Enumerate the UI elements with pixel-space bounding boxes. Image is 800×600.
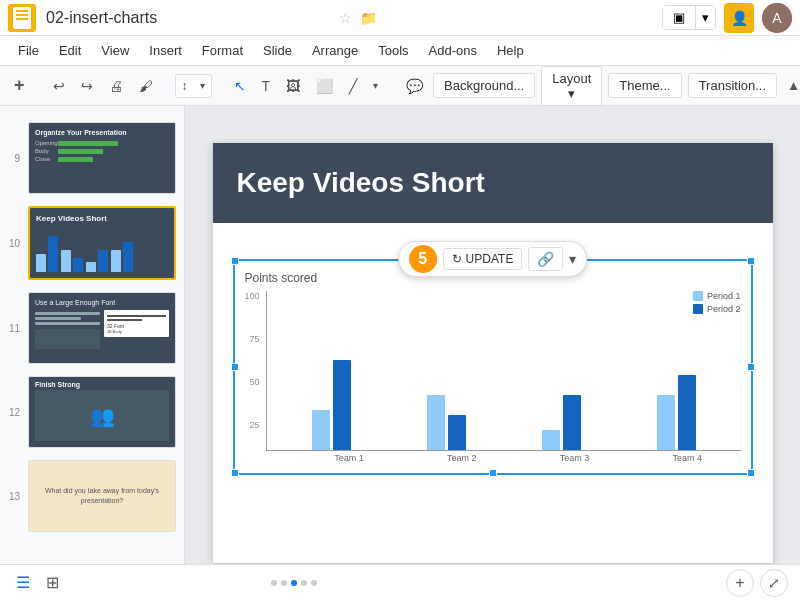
slide-12-title: Finish Strong xyxy=(29,377,175,390)
slide-canvas: Keep Videos Short 5 xyxy=(213,143,773,563)
bar-pair-team3 xyxy=(542,395,581,450)
slide-13-thumb[interactable]: What did you take away from today's pres… xyxy=(28,460,176,532)
background-btn[interactable]: Background... xyxy=(433,73,535,98)
shape-tool[interactable]: ⬜ xyxy=(310,74,339,98)
legend-period1-color xyxy=(693,291,703,301)
star-icon[interactable]: ☆ xyxy=(339,10,352,26)
present-button[interactable]: ▣ xyxy=(663,6,695,29)
menu-view[interactable]: View xyxy=(91,39,139,62)
image-tool[interactable]: 🖼 xyxy=(280,74,306,98)
handle-bl[interactable] xyxy=(231,469,239,477)
menu-arrange[interactable]: Arrange xyxy=(302,39,368,62)
slide-11-container: 11 Use a Large Enough Font xyxy=(4,288,180,368)
menu-insert[interactable]: Insert xyxy=(139,39,192,62)
menu-tools[interactable]: Tools xyxy=(368,39,418,62)
print-button[interactable]: 🖨 xyxy=(103,74,129,98)
add-button[interactable]: + xyxy=(8,71,31,100)
bar-pair-team4 xyxy=(657,375,696,450)
handle-tr[interactable] xyxy=(747,257,755,265)
chart-more-btn[interactable]: ▾ xyxy=(569,251,576,267)
handle-bm[interactable] xyxy=(489,469,497,477)
zoom-in-btn[interactable]: + xyxy=(726,569,754,597)
textbox-tool[interactable]: T xyxy=(256,74,277,98)
menu-bar: File Edit View Insert Format Slide Arran… xyxy=(0,36,800,66)
refresh-icon: ↻ xyxy=(452,252,462,266)
handle-br[interactable] xyxy=(747,469,755,477)
expand-btn[interactable]: ⤢ xyxy=(760,569,788,597)
grid-view-btn[interactable]: ⊞ xyxy=(42,569,63,596)
dot-3 xyxy=(291,580,297,586)
doc-title: 02-insert-charts xyxy=(46,9,331,27)
chart-area: 100 75 50 25 xyxy=(245,291,741,463)
comment-btn[interactable]: 💬 xyxy=(400,74,429,98)
bar-team2-p2 xyxy=(448,415,466,450)
slide-title: Keep Videos Short xyxy=(237,167,485,199)
toolbar-right: Background... Layout ▾ Theme... Transiti… xyxy=(433,66,800,106)
slide-9-row2: Body xyxy=(35,148,169,154)
cursor-tool[interactable]: ↖ xyxy=(228,74,252,98)
line-arrow[interactable]: ▾ xyxy=(367,76,384,95)
bar-group-team3 xyxy=(507,395,616,450)
doc-icon xyxy=(8,4,36,32)
x-labels: Team 1 Team 2 Team 3 Team 4 xyxy=(266,453,741,463)
handle-tl[interactable] xyxy=(231,257,239,265)
bottom-dots xyxy=(271,580,317,586)
bar-team1-p2 xyxy=(333,360,351,450)
slide-10-chart xyxy=(30,226,174,276)
menu-format[interactable]: Format xyxy=(192,39,253,62)
undo-button[interactable]: ↩ xyxy=(47,74,71,98)
legend-period2-color xyxy=(693,304,703,314)
paintformat-button[interactable]: 🖌 xyxy=(133,74,159,98)
avatar[interactable]: A xyxy=(762,3,792,33)
theme-btn[interactable]: Theme... xyxy=(608,73,681,98)
chart-link-btn[interactable]: 🔗 xyxy=(528,247,563,271)
menu-addons[interactable]: Add-ons xyxy=(419,39,487,62)
chart-badge: 5 xyxy=(409,245,437,273)
y-label-50: 50 xyxy=(250,377,260,387)
y-label-25: 25 xyxy=(250,420,260,430)
dot-1 xyxy=(271,580,277,586)
chart-container[interactable]: 5 ↻ UPDATE 🔗 ▾ Points scored xyxy=(233,259,753,475)
slide-11-thumb[interactable]: Use a Large Enough Font 3 xyxy=(28,292,176,364)
slide-13-container: 13 What did you take away from today's p… xyxy=(4,456,180,536)
slide-10-thumb[interactable]: Keep Videos Short xyxy=(28,206,176,280)
line-tool[interactable]: ╱ xyxy=(343,74,363,98)
redo-button[interactable]: ↪ xyxy=(75,74,99,98)
menu-help[interactable]: Help xyxy=(487,39,534,62)
slide-11-num: 11 xyxy=(4,323,20,334)
chart-update-btn[interactable]: ↻ UPDATE xyxy=(443,248,523,270)
slide-9-title: Organize Your Presentation xyxy=(35,129,169,136)
toolbar: + ↩ ↪ 🖨 🖌 ↕ ▾ ↖ T 🖼 ⬜ ╱ ▾ 💬 Background..… xyxy=(0,66,800,106)
bars-area xyxy=(266,291,741,451)
slide-9-thumb[interactable]: Organize Your Presentation Opening Body … xyxy=(28,122,176,194)
collapse-toolbar-btn[interactable]: ▲ xyxy=(783,74,800,97)
menu-slide[interactable]: Slide xyxy=(253,39,302,62)
present-dropdown[interactable]: ▾ xyxy=(695,6,715,29)
legend-period1: Period 1 xyxy=(693,291,741,301)
zoom-btn[interactable]: ↕ xyxy=(176,75,194,97)
zoom-arrow[interactable]: ▾ xyxy=(194,76,211,95)
legend-period2-label: Period 2 xyxy=(707,304,741,314)
slide-12-thumb[interactable]: Finish Strong 👥 xyxy=(28,376,176,448)
chart-legend: Period 1 Period 2 xyxy=(693,291,741,314)
zoom-group: ↕ ▾ xyxy=(175,74,212,98)
folder-icon[interactable]: 📁 xyxy=(360,10,377,26)
layout-btn[interactable]: Layout ▾ xyxy=(541,66,602,106)
list-view-btn[interactable]: ☰ xyxy=(12,569,34,596)
slide-9-row1: Opening xyxy=(35,140,169,146)
x-label-team2: Team 2 xyxy=(408,453,515,463)
menu-file[interactable]: File xyxy=(8,39,49,62)
present-btn-group: ▣ ▾ xyxy=(662,5,716,30)
chart-toolbar: 5 ↻ UPDATE 🔗 ▾ xyxy=(398,241,588,277)
slide-10-title: Keep Videos Short xyxy=(30,208,174,226)
menu-edit[interactable]: Edit xyxy=(49,39,91,62)
transition-btn[interactable]: Transition... xyxy=(688,73,777,98)
slide-12-img: 👥 xyxy=(35,390,169,441)
bottom-right: + ⤢ xyxy=(726,569,788,597)
handle-mr[interactable] xyxy=(747,363,755,371)
sidebar: 9 Organize Your Presentation Opening Bod… xyxy=(0,106,185,600)
bottom-bar: ☰ ⊞ + ⤢ xyxy=(0,564,800,600)
account-btn[interactable]: 👤 xyxy=(724,3,754,33)
handle-ml[interactable] xyxy=(231,363,239,371)
bar-team1-p1 xyxy=(312,410,330,450)
